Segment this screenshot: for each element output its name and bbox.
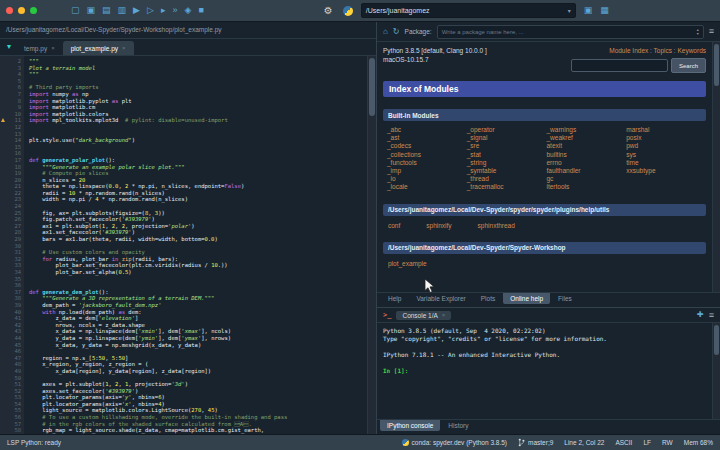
code-line[interactable]: plot_bar.set_alpha(0.5) (29, 269, 367, 276)
code-line[interactable]: axes.set_facecolor('#393979') (29, 388, 367, 395)
module-link-errno[interactable]: errno (547, 159, 627, 167)
code-line[interactable]: """ (29, 58, 367, 65)
line-number[interactable]: 52 (0, 388, 21, 395)
module-link-sys[interactable]: sys (626, 151, 706, 159)
status-permissions[interactable]: RW (662, 439, 673, 446)
code-line[interactable]: radii = 10 * np.random.rand(n_slices) (29, 190, 367, 197)
close-window-button[interactable] (6, 7, 13, 14)
line-number[interactable]: 46 (0, 348, 21, 355)
line-number[interactable]: 54 (0, 401, 21, 408)
close-tab-icon[interactable]: × (51, 45, 55, 51)
module-link-pwd[interactable]: pwd (626, 142, 706, 150)
run-selection-icon[interactable]: » (172, 6, 177, 15)
module-link-_imp[interactable]: _imp (387, 167, 467, 175)
close-tab-icon[interactable]: × (442, 312, 446, 318)
line-number[interactable]: 44 (0, 335, 21, 342)
help-scrollbar[interactable] (712, 42, 720, 292)
module-link-_sre[interactable]: _sre (467, 142, 547, 150)
line-number[interactable]: 16 (0, 150, 21, 157)
line-number[interactable]: 34 (0, 269, 21, 276)
code-line[interactable]: n_slices = 20 (29, 177, 367, 184)
line-number[interactable]: 17 (0, 157, 21, 164)
console-bottom-tab-history[interactable]: History (441, 420, 475, 431)
close-tab-icon[interactable]: × (122, 45, 126, 51)
code-editor[interactable]: 2345678910111213141516171819202122232425… (0, 56, 376, 434)
line-number[interactable]: 10 (0, 111, 21, 118)
console-bottom-tab-ipython-console[interactable]: IPython console (380, 420, 440, 431)
debug-icon[interactable]: ◈ (184, 6, 191, 15)
code-line[interactable]: plot_bar.set_facecolor(plt.cm.viridis(ra… (29, 262, 367, 269)
code-line[interactable] (29, 375, 367, 382)
pane-options-icon[interactable]: ≡ (709, 27, 714, 36)
save-all-icon[interactable]: ▥ (118, 6, 127, 15)
code-line[interactable]: x_data = np.linspace(dem['xmin'], dem['x… (29, 328, 367, 335)
open-file-icon[interactable]: ▣ (87, 6, 96, 15)
code-line[interactable]: for radius, plot_bar in zip(radii, bars)… (29, 256, 367, 263)
code-line[interactable]: width = np.pi / 4 * np.random.rand(n_sli… (29, 196, 367, 203)
pane-tab-help[interactable]: Help (381, 293, 408, 304)
console-output[interactable]: Python 3.8.5 (default, Sep 4 2020, 02:22… (377, 323, 720, 419)
code-line[interactable]: Plot a terrain model (29, 65, 367, 72)
line-number[interactable]: 11 (0, 117, 21, 124)
module-link-gc[interactable]: gc (547, 175, 627, 183)
module-link-_codecs[interactable]: _codecs (387, 142, 467, 150)
line-number[interactable]: 4 (0, 71, 21, 78)
line-number[interactable]: 40 (0, 309, 21, 316)
keywords-link[interactable]: Keywords (677, 47, 706, 54)
line-number[interactable]: 27 (0, 223, 21, 230)
module-link-builtins[interactable]: builtins (547, 151, 627, 159)
module-link-_ast[interactable]: _ast (387, 134, 467, 142)
module-link-sphinxify[interactable]: sphinxify (426, 222, 451, 230)
module-link-atexit[interactable]: atexit (547, 142, 627, 150)
line-number[interactable]: 24 (0, 203, 21, 210)
line-number[interactable]: 20 (0, 177, 21, 184)
line-number[interactable]: 47 (0, 355, 21, 362)
run-cell-icon[interactable]: ▷ (147, 6, 154, 15)
code-area[interactable]: """Plot a terrain model""" # Third party… (24, 56, 367, 434)
line-number[interactable]: 51 (0, 381, 21, 388)
module-link-_weakref[interactable]: _weakref (547, 134, 627, 142)
line-number[interactable]: 26 (0, 216, 21, 223)
module-link-_stat[interactable]: _stat (467, 151, 547, 159)
module-link-_string[interactable]: _string (467, 159, 547, 167)
status-cursor-position[interactable]: Line 2, Col 22 (564, 439, 604, 446)
run-icon[interactable]: ▶ (133, 6, 140, 15)
code-line[interactable]: # To use a custom hillshading mode, over… (29, 414, 367, 421)
line-number[interactable]: 33 (0, 262, 21, 269)
line-number[interactable]: 30 (0, 243, 21, 250)
browse-tabs-icon[interactable]: ▾ (2, 43, 16, 51)
code-line[interactable]: # Third party imports (29, 84, 367, 91)
module-link-conf[interactable]: conf (388, 222, 400, 230)
code-line[interactable]: import numpy as np (29, 91, 367, 98)
line-number[interactable]: 31 (0, 249, 21, 256)
line-number[interactable]: 23 (0, 196, 21, 203)
module-link-time[interactable]: time (626, 159, 706, 167)
code-line[interactable]: import matplotlib.cm (29, 104, 367, 111)
code-line[interactable]: def generate_polar_plot(): (29, 157, 367, 164)
module-link-_signal[interactable]: _signal (467, 134, 547, 142)
line-number[interactable]: 5 (0, 78, 21, 85)
line-number[interactable]: 35 (0, 276, 21, 283)
minimize-window-button[interactable] (18, 7, 25, 14)
module-link-_collections[interactable]: _collections (387, 151, 467, 159)
code-line[interactable]: fig.patch.set_facecolor('#393979') (29, 216, 367, 223)
code-line[interactable]: import matplotlib.colors (29, 111, 367, 118)
code-line[interactable]: """Generate a 3D representation of a ter… (29, 295, 367, 302)
home-icon[interactable]: ⌂ (383, 28, 388, 36)
code-line[interactable]: plt.locator_params(axis='x', nbins=4) (29, 401, 367, 408)
module-link-_locale[interactable]: _locale (387, 183, 467, 191)
code-line[interactable]: x_data, y_data = np.meshgrid(x_data, y_d… (29, 342, 367, 349)
console-options-icon[interactable]: ≡ (709, 311, 714, 320)
code-line[interactable]: plt.style.use("dark_background") (29, 137, 367, 144)
pane-tab-variable-explorer[interactable]: Variable Explorer (409, 293, 472, 304)
code-line[interactable]: import mpl_toolkits.mplot3d # pylint: di… (29, 117, 367, 124)
line-number[interactable]: 7 (0, 91, 21, 98)
browse-working-directory-icon[interactable]: ▣ (584, 6, 593, 15)
search-input[interactable] (571, 59, 668, 72)
line-number[interactable]: 8 (0, 98, 21, 105)
module-link-_io[interactable]: _io (387, 175, 467, 183)
line-number[interactable]: 36 (0, 282, 21, 289)
search-button[interactable]: Search (671, 58, 706, 73)
module-link-itertools[interactable]: itertools (547, 183, 627, 191)
code-line[interactable]: region = np.s_[5:50, 5:50] (29, 355, 367, 362)
